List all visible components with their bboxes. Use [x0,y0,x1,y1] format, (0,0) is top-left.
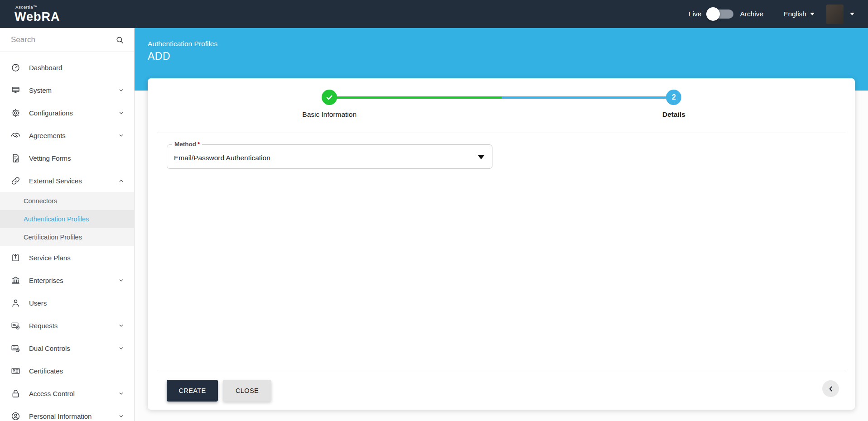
sidebar-item-connectors[interactable]: Connectors [0,192,134,210]
sidebar-item-vetting-forms[interactable]: Vetting Forms [0,147,134,169]
sidebar-item-label: Vetting Forms [29,154,124,162]
sidebar-item-label: Agreements [29,132,118,139]
sidebar-item-label: Configurations [29,109,118,117]
step-basic-information[interactable]: Basic Information [275,90,384,119]
live-label: Live [689,10,701,18]
brand-product: WebRA [14,11,60,23]
sidebar-item-label: Certificates [29,367,124,375]
handshake-icon [11,131,20,140]
avatar[interactable] [826,5,844,24]
breadcrumb: Authentication Profiles [148,40,868,48]
sidebar-item-access-control[interactable]: Access Control [0,382,134,405]
sidebar-item-label: External Services [29,177,118,185]
select-dropdown-arrow-icon[interactable] [478,155,484,159]
sidebar-item-personal-information[interactable]: Personal Information [0,405,134,421]
close-button[interactable]: CLOSE [223,380,271,402]
chevron-up-icon [118,178,124,184]
chevron-down-icon [118,345,124,351]
gear-icon [11,108,20,118]
user-icon [11,298,20,308]
sidebar-item-label: Dual Controls [29,344,118,352]
method-label-text: Method [174,141,196,148]
toggle-knob[interactable] [706,7,720,21]
sidebar-item-label: Personal Information [29,412,118,420]
chevron-left-icon [827,385,835,393]
sidebar-item-label: Dashboard [29,64,124,72]
step-2-circle[interactable]: 2 [666,90,681,105]
document-pencil-icon [11,153,20,163]
chevron-down-icon [118,391,124,397]
step-1-label: Basic Information [302,110,357,119]
required-asterisk: * [198,141,200,148]
person-circle-icon [11,411,20,421]
sidebar-item-authentication-profiles[interactable]: Authentication Profiles [0,210,134,228]
sidebar-item-system[interactable]: System [0,79,134,101]
footer-actions: CREATE CLOSE [148,370,855,410]
certificate-icon [11,366,20,376]
method-label: Method * [172,141,202,148]
sidebar-item-dashboard[interactable]: Dashboard [0,56,134,79]
sidebar-search [0,28,134,52]
step-2-number: 2 [672,93,676,101]
brand-company: Ascertia™ [15,5,60,10]
wizard-stepper: Basic Information 2 Details [148,78,855,133]
chevron-down-icon [118,323,124,329]
live-archive-toggle[interactable] [707,10,733,19]
chevron-down-icon [118,277,124,283]
page-title: ADD [148,50,868,62]
form-area: Method * Email/Password Authentication [148,133,855,370]
back-button[interactable] [822,380,839,397]
step-2-label: Details [662,110,685,119]
subnav-item-label: Connectors [24,197,57,205]
system-icon [11,86,20,95]
search-icon[interactable] [116,36,124,44]
app-logo[interactable]: Ascertia™ WebRA [14,5,60,23]
sidebar-item-dual-controls[interactable]: Dual Controls [0,337,134,359]
sidebar-nav: Dashboard System [0,52,134,421]
form-card: Basic Information 2 Details Method * [148,78,855,410]
sidebar-item-configurations[interactable]: Configurations [0,101,134,124]
sidebar-item-label: Requests [29,322,118,330]
user-menu-chevron-down-icon[interactable] [850,13,854,15]
sidebar-item-requests[interactable]: Requests [0,314,134,337]
chevron-down-icon [118,110,124,116]
sidebar-item-label: Access Control [29,390,118,397]
check-icon [325,93,333,101]
link-icon [11,176,20,186]
sidebar: Dashboard System [0,28,135,421]
sidebar-item-certificates[interactable]: Certificates [0,359,134,382]
card-clock-icon [11,321,20,330]
method-select[interactable]: Method * Email/Password Authentication [167,144,492,169]
sidebar-item-external-services[interactable]: External Services [0,169,134,192]
shell: Dashboard System [0,28,868,421]
chevron-down-icon [118,87,124,93]
external-services-submenu: Connectors Authentication Profiles Certi… [0,192,134,246]
sidebar-item-label: Users [29,299,124,307]
method-selected-value: Email/Password Authentication [174,154,270,162]
sidebar-item-users[interactable]: Users [0,292,134,314]
sidebar-item-label: System [29,86,118,94]
topbar-right: Live Archive English [689,5,854,24]
language-selector[interactable]: English [783,10,815,18]
share-box-icon [11,253,20,263]
sidebar-item-service-plans[interactable]: Service Plans [0,246,134,269]
subnav-item-label: Certification Profiles [24,234,82,241]
create-button[interactable]: CREATE [167,380,218,402]
chevron-down-icon [118,133,124,139]
chevron-down-icon [118,413,124,419]
search-input[interactable] [11,35,116,44]
chevron-down-icon [810,13,815,15]
bank-icon [11,276,20,285]
sidebar-item-enterprises[interactable]: Enterprises [0,269,134,292]
main-content: Authentication Profiles ADD Basic Inform… [135,28,868,421]
step-details[interactable]: 2 Details [619,90,728,119]
lock-icon [11,389,20,398]
dashboard-icon [11,63,20,72]
card-clock-icon [11,344,20,353]
sidebar-item-agreements[interactable]: Agreements [0,124,134,147]
language-label: English [783,10,806,18]
step-1-circle[interactable] [322,90,337,105]
archive-label: Archive [740,10,763,18]
sidebar-item-certification-profiles[interactable]: Certification Profiles [0,228,134,246]
subnav-item-label: Authentication Profiles [24,215,89,223]
